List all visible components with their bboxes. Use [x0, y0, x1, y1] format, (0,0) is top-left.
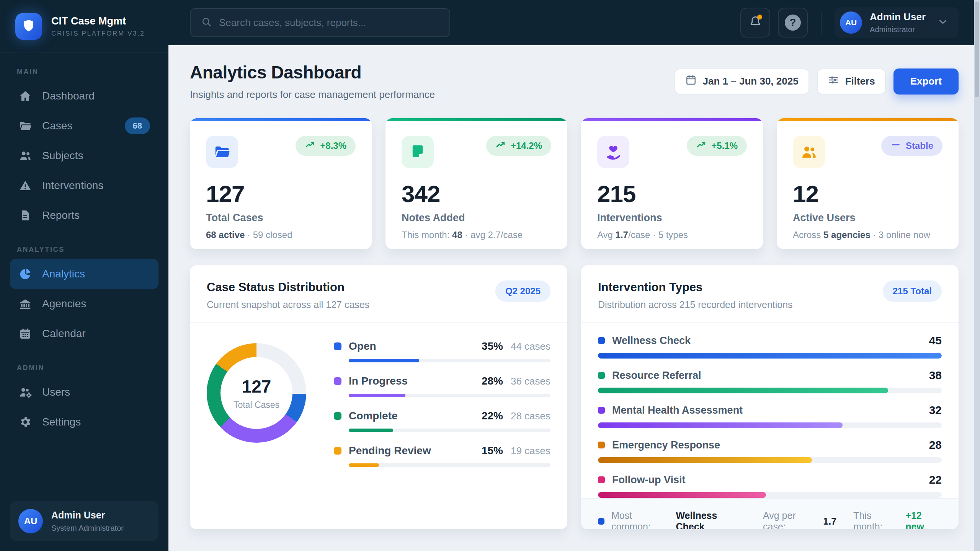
stat-label: Notes Added — [402, 212, 551, 224]
trend-up-icon — [305, 139, 315, 152]
home-icon — [18, 89, 32, 103]
bar-row-wellness-check: Wellness Check 45 — [598, 334, 942, 359]
sidebar-user-card[interactable]: AU Admin User System Administrator — [10, 501, 158, 541]
chevron-down-icon — [933, 16, 949, 29]
notification-dot — [757, 15, 762, 20]
intervention-types-panel: Intervention Types Distribution across 2… — [581, 265, 959, 529]
status-bar-fill — [349, 359, 419, 362]
sidebar-item-settings[interactable]: Settings — [10, 407, 158, 437]
sidebar-item-analytics[interactable]: Analytics — [10, 259, 158, 289]
sidebar-item-label: Subjects — [42, 150, 83, 162]
stat-detail: Across 5 agencies · 3 online now — [793, 230, 942, 240]
intervention-bars: Wellness Check 45 Resource Referral 38 — [581, 323, 959, 498]
note-icon — [402, 136, 434, 168]
donut-center: 127 Total Cases — [220, 357, 292, 429]
sliders-icon — [828, 74, 839, 88]
app-name: CIT Case Mgmt — [51, 15, 145, 27]
status-bar-fill — [349, 429, 393, 432]
legend-dot — [334, 377, 341, 385]
intervention-footer: Most common: Wellness Check Avg per case… — [581, 498, 959, 529]
nav-section-analytics: ANALYTICS — [10, 240, 158, 259]
chart-panels: Case Status Distribution Current snapsho… — [190, 265, 959, 529]
users-icon — [18, 149, 32, 163]
sidebar-item-label: Agencies — [42, 298, 86, 310]
sidebar-user-role: System Administrator — [51, 524, 124, 533]
sidebar-item-label: Analytics — [42, 268, 85, 280]
status-bar — [349, 394, 550, 397]
nav-section-main: MAIN — [10, 62, 158, 81]
scrollbar-thumb[interactable] — [975, 2, 979, 97]
bar-track — [598, 492, 942, 498]
sidebar-item-label: Dashboard — [42, 90, 95, 102]
bar-track — [598, 353, 942, 359]
avatar: AU — [18, 509, 43, 533]
footer-dot — [598, 518, 604, 525]
stat-label: Interventions — [597, 212, 747, 224]
status-bar — [349, 429, 550, 432]
sidebar-item-dashboard[interactable]: Dashboard — [10, 81, 158, 111]
stat-detail: Avg 1.7/case · 5 types — [597, 230, 747, 240]
bar-dot — [598, 442, 605, 448]
bank-icon — [18, 297, 32, 311]
date-range-button[interactable]: Jan 1 – Jun 30, 2025 — [675, 68, 809, 95]
donut-center-label: Total Cases — [234, 400, 279, 410]
page-title: Analytics Dashboard — [190, 62, 435, 83]
app-brand: CIT Case Mgmt CRISIS PLATFORM V3.2 — [0, 0, 168, 52]
stat-detail: 68 active · 59 closed — [206, 230, 356, 240]
user-name: Admin User — [870, 11, 926, 23]
status-legend: Open 35% 44 cases In Progress 28% — [334, 339, 550, 467]
bar-dot — [598, 476, 605, 483]
avg-per-case-label: Avg per case: — [763, 510, 819, 529]
bar-dot — [598, 337, 605, 344]
sidebar-item-cases[interactable]: Cases 68 — [10, 111, 158, 141]
user-menu[interactable]: AU Admin User Administrator — [835, 7, 959, 38]
export-label: Export — [910, 75, 942, 87]
donut-chart: 127 Total Cases — [207, 343, 306, 443]
avatar: AU — [840, 11, 862, 34]
pie-chart-icon — [18, 267, 32, 281]
filters-button[interactable]: Filters — [817, 68, 886, 95]
help-button[interactable]: ? — [778, 8, 808, 37]
sidebar-item-users[interactable]: Users — [10, 377, 158, 407]
sidebar-item-agencies[interactable]: Agencies — [10, 289, 158, 319]
topbar-actions: ? AU Admin User Administrator — [740, 7, 959, 38]
legend-row-open: Open 35% 44 cases — [334, 340, 550, 362]
bar-track — [598, 457, 942, 463]
sidebar-item-reports[interactable]: Reports — [10, 201, 158, 230]
date-range-label: Jan 1 – Jun 30, 2025 — [703, 75, 799, 87]
panel-subtitle: Current snapshot across all 127 cases — [207, 299, 369, 310]
global-search — [190, 8, 450, 37]
sidebar-item-interventions[interactable]: Interventions — [10, 171, 158, 201]
bar-fill — [598, 457, 812, 463]
nav-section-admin: ADMIN — [10, 359, 158, 377]
stat-label: Active Users — [793, 212, 942, 224]
app-tagline: CRISIS PLATFORM V3.2 — [51, 30, 145, 37]
legend-row-pending-review: Pending Review 15% 19 cases — [334, 445, 550, 467]
bar-row-follow-up-visit: Follow-up Visit 22 — [598, 473, 942, 498]
stat-card-notes-added: +14.2% 342 Notes Added This month: 48 · … — [385, 118, 567, 249]
sidebar-item-label: Users — [42, 386, 70, 398]
sidebar-item-subjects[interactable]: Subjects — [10, 141, 158, 171]
bar-track — [598, 388, 942, 393]
status-bar — [349, 359, 550, 362]
stat-cards: +8.3% 127 Total Cases 68 active · 59 clo… — [190, 118, 959, 249]
panel-title: Intervention Types — [598, 280, 793, 294]
users-icon — [793, 136, 825, 168]
sidebar: CIT Case Mgmt CRISIS PLATFORM V3.2 MAIN … — [0, 0, 168, 551]
sidebar-nav: MAIN Dashboard Cases 68 Subjects Interve… — [0, 52, 168, 491]
search-input[interactable] — [219, 17, 439, 29]
status-bar-fill — [349, 394, 405, 397]
quarter-badge: Q2 2025 — [495, 280, 550, 302]
sidebar-item-calendar[interactable]: Calendar — [10, 319, 158, 349]
folder-open-icon — [206, 136, 238, 168]
sidebar-item-label: Interventions — [42, 179, 103, 192]
panel-title: Case Status Distribution — [207, 280, 369, 294]
header-actions: Jan 1 – Jun 30, 2025 Filters Export — [675, 68, 959, 95]
case-status-panel: Case Status Distribution Current snapsho… — [190, 265, 567, 529]
notifications-button[interactable] — [740, 8, 770, 37]
export-button[interactable]: Export — [893, 68, 959, 95]
calendar-icon — [685, 74, 697, 88]
trend-badge: +8.3% — [296, 136, 356, 156]
scrollbar — [974, 0, 980, 551]
sidebar-item-label: Calendar — [42, 328, 86, 340]
